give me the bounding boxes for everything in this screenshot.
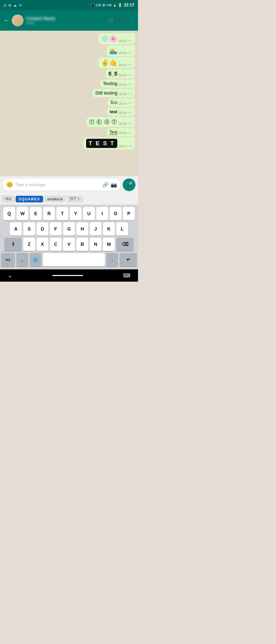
message-text: test [110, 109, 117, 114]
key-shift[interactable]: ⇧ [4, 238, 22, 251]
message-time: 22:17 [119, 145, 126, 148]
keyboard-row-1: Q W E R T Y U I O P [1, 207, 137, 220]
whatsapp-icon: ◎ [4, 3, 6, 7]
key-o[interactable]: O [110, 207, 121, 220]
message-row: test 22:16 ✓✓ [3, 108, 135, 116]
mic-button[interactable]: 🎤 [123, 178, 135, 191]
message-bubble: test 22:16 ✓✓ [107, 108, 135, 116]
message-row: ϭ_ϭ 22:16 ✓✓ [3, 69, 135, 78]
key-space[interactable] [43, 253, 105, 266]
message-text: Ⓣ Ⓔ Ⓢ Ⓣ [89, 119, 118, 125]
key-f[interactable]: F [50, 222, 62, 236]
message-status: ✓✓ [127, 73, 132, 77]
message-row: Testing 22:16 ✓✓ [3, 79, 135, 88]
suggestion-andalucia[interactable]: andalucía [44, 196, 66, 202]
attach-button[interactable]: 🔗 [102, 182, 109, 188]
key-backspace[interactable]: ⌫ [116, 238, 134, 251]
key-period[interactable]: . [106, 253, 118, 266]
message-meta: 22:16 ✓✓ [119, 101, 132, 105]
status-icons-right: 📳 LTE ⊙ LTE ▲ 🔋 22:17 [91, 3, 134, 7]
message-meta: 22:15 ✓✓ [119, 63, 132, 67]
key-h[interactable]: H [76, 222, 88, 236]
key-k[interactable]: K [103, 222, 115, 236]
key-u[interactable]: U [83, 207, 95, 220]
key-globe[interactable]: 🌐 [30, 253, 41, 266]
key-j[interactable]: J [90, 222, 101, 236]
message-bubble: Ⓣ Ⓔ Ⓢ Ⓣ 22:16 ✓✓ [87, 117, 135, 127]
message-status: ✓✓ [127, 51, 132, 55]
message-row: ✌️🤙 22:15 ✓✓ [3, 57, 135, 68]
message-row: 🏊 22:15 ✓✓ [3, 45, 135, 56]
keyboard-suggestions: TES SQUARES andalucía 丌丆丨 [0, 193, 138, 205]
key-b[interactable]: B [76, 238, 88, 251]
message-bubble: Test 22:16 ✓✓ [108, 98, 135, 107]
message-bubble: ✌️🤙 22:15 ✓✓ [98, 57, 135, 68]
message-meta: 22:16 ✓✓ [119, 83, 132, 86]
key-d[interactable]: D [37, 222, 48, 236]
avatar[interactable] [12, 15, 24, 26]
message-text: ❄️🌸 [101, 35, 117, 43]
suggestion-japanese[interactable]: 丌丆丨 [67, 195, 84, 203]
contact-name: Contact Name [26, 16, 105, 21]
key-n[interactable]: N [90, 238, 101, 251]
key-s[interactable]: S [23, 222, 35, 236]
key-r[interactable]: R [43, 207, 55, 220]
nav-keyboard-icon[interactable]: ⌨ [123, 272, 130, 279]
message-bubble: ϭ_ϭ 22:16 ✓✓ [106, 69, 135, 78]
message-text: 🏊 [109, 47, 117, 55]
message-meta: 22:17 ✓✓ [119, 144, 132, 148]
message-status: ✓✓ [127, 92, 132, 96]
message-meta: 22:16 ✓✓ [119, 111, 132, 114]
message-status: ✓✓ [127, 131, 132, 135]
message-time: 22:16 [119, 111, 126, 114]
camera-button[interactable]: 📷 [111, 182, 117, 188]
message-status: ✓✓ [127, 83, 132, 86]
message-text: ϭ_ϭ [108, 71, 117, 77]
message-meta: 22:16 ✓✓ [119, 131, 132, 135]
message-text: Testing [103, 81, 117, 86]
message-text: Test [110, 100, 117, 105]
emoji-button[interactable]: 😊 [6, 181, 13, 188]
video-call-icon[interactable]: 📹 [107, 17, 114, 24]
key-t[interactable]: T [56, 207, 68, 220]
suggestion-tes[interactable]: TES [2, 195, 15, 202]
key-comma[interactable]: , [16, 253, 28, 266]
nav-down-icon[interactable]: ⌄ [8, 272, 12, 279]
message-time: 22:16 [119, 131, 126, 134]
key-enter[interactable]: ↵ [120, 253, 137, 266]
key-q[interactable]: Q [3, 207, 15, 220]
message-input-box[interactable]: 😊 Type a message 🔗 📷 [3, 179, 121, 191]
key-w[interactable]: W [17, 207, 28, 220]
contact-info[interactable]: Contact Name online [26, 16, 105, 25]
message-row: Test 22:16 ✓✓ [3, 98, 135, 107]
battery-icon: 🔋 [118, 3, 122, 7]
message-time: 22:15 [119, 63, 126, 66]
key-x[interactable]: X [37, 238, 48, 251]
message-meta: 22:16 ✓✓ [119, 122, 132, 125]
key-e[interactable]: E [30, 207, 42, 220]
back-button[interactable]: ← [4, 17, 9, 24]
more-icon[interactable]: ⋮ [129, 17, 134, 24]
message-time: 22:16 [119, 93, 126, 96]
key-p[interactable]: P [123, 207, 135, 220]
keyboard-row-3: ⇧ Z X C V B N M ⌫ [1, 238, 137, 251]
key-i[interactable]: I [96, 207, 108, 220]
image-icon: ⊞ [8, 3, 11, 7]
key-symbols[interactable]: !#1 [1, 253, 15, 266]
vibrate-icon: 📳 [91, 3, 95, 7]
key-g[interactable]: G [63, 222, 75, 236]
home-indicator [52, 275, 83, 276]
key-l[interactable]: L [116, 222, 128, 236]
key-c[interactable]: C [50, 238, 62, 251]
suggestion-squares[interactable]: SQUARES [16, 196, 43, 202]
key-m[interactable]: M [103, 238, 115, 251]
key-v[interactable]: V [63, 238, 75, 251]
message-row: Ⓣ Ⓔ Ⓢ Ⓣ 22:16 ✓✓ [3, 117, 135, 127]
key-z[interactable]: Z [23, 238, 35, 251]
key-a[interactable]: A [10, 222, 22, 236]
message-row: Test 22:16 ✓✓ [3, 128, 135, 136]
input-placeholder[interactable]: Type a message [15, 182, 100, 187]
key-y[interactable]: Y [70, 207, 82, 220]
call-icon[interactable]: 📞 [118, 17, 125, 24]
message-row: Still testing 22:16 ✓✓ [3, 89, 135, 97]
